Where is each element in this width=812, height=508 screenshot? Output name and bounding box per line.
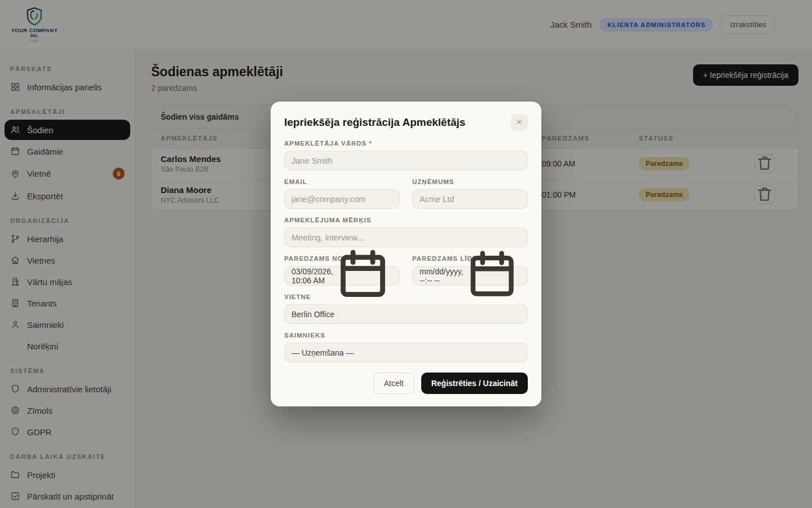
close-icon (515, 118, 523, 128)
purpose-label: APMEKLĒJUMA MĒRĶIS (284, 217, 528, 224)
modal-title: Iepriekšēja reģistrācija Apmeklētājs (284, 116, 465, 129)
host-select[interactable]: — Uzņemšana — (284, 343, 528, 362)
app-window: YOUR COMPANY Inc. logo Jack Smith KLIENT… (0, 0, 812, 508)
expected-from-value: 03/09/2026, 10:06 AM (292, 267, 333, 285)
host-label: SAIMNIEKS (284, 332, 528, 339)
expected-from-input[interactable]: 03/09/2026, 10:06 AM (284, 266, 400, 286)
calendar-icon (333, 245, 392, 306)
preregistration-modal: Iepriekšēja reģistrācija Apmeklētājs APM… (271, 102, 541, 406)
visitor-name-label: APMEKLĒTĀJA VĀRDS * (284, 140, 528, 147)
email-label: EMAIL (284, 178, 400, 185)
expected-to-value: mm/dd/yyyy, --:-- -- (420, 267, 464, 285)
calendar-icon (464, 246, 520, 305)
close-button[interactable] (511, 114, 528, 131)
purpose-input[interactable] (284, 227, 528, 247)
host-selected-value: — Uzņemšana — (292, 348, 354, 357)
company-label: UZŅĒMUMS (412, 178, 528, 185)
email-input[interactable] (284, 189, 400, 209)
expected-to-input[interactable]: mm/dd/yyyy, --:-- -- (412, 266, 528, 286)
site-select[interactable]: Berlin Office (284, 304, 528, 324)
site-selected-value: Berlin Office (292, 310, 334, 319)
register-invite-button[interactable]: Reģistrēties / Uzaicināt (421, 373, 528, 394)
cancel-button[interactable]: Atcelt (373, 373, 414, 394)
visitor-name-input[interactable] (284, 151, 528, 170)
company-input[interactable] (412, 189, 528, 209)
